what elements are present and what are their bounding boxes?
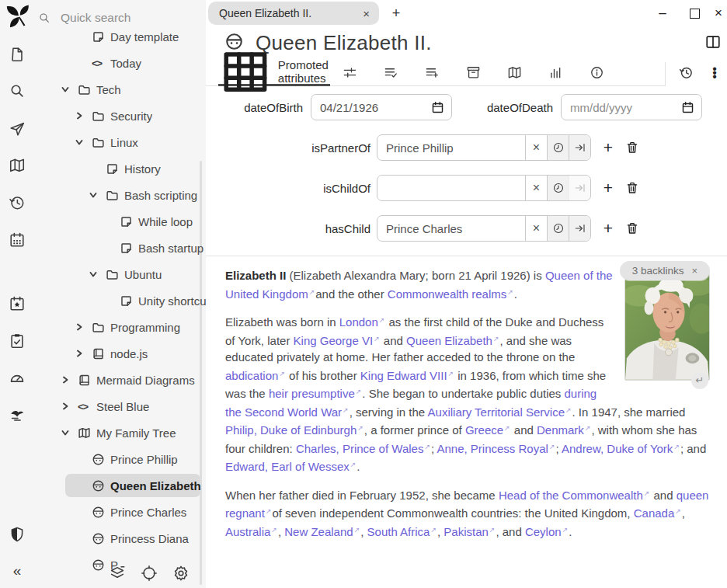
quick-search-input[interactable] [59,10,186,26]
enter-link-icon[interactable]: ↵ [691,372,708,389]
note-link[interactable]: Ceylon↗ [525,525,569,538]
tree-item[interactable]: My Family Tree [35,419,206,446]
trilium-logo-icon[interactable] [3,3,33,31]
tree-item[interactable]: Bash scripting [35,182,206,208]
layers-minus-icon[interactable] [109,565,126,582]
note-link[interactable]: Philip, Duke of Edinburgh↗ [225,423,364,437]
note-link[interactable]: New Zealand↗ [284,525,360,538]
calendar-icon[interactable] [431,101,444,114]
map-icon[interactable] [507,65,523,81]
history-icon[interactable] [678,65,694,81]
tree-item[interactable]: node.js [35,340,206,367]
note-link[interactable]: Greece↗ [465,423,511,437]
tab-close-icon[interactable]: × [357,7,370,20]
chevron-down-icon[interactable] [89,190,106,200]
tree-item[interactable]: Mermaid Diagrams [35,367,206,393]
tree-item[interactable]: <>Steel Blue [35,393,206,419]
note-link[interactable]: Canada↗ [634,506,682,520]
dashboard-icon[interactable] [9,370,26,387]
calendar-icon[interactable] [681,101,694,114]
recent-changes-icon[interactable] [9,194,26,211]
note-link[interactable]: London↗ [339,315,386,329]
date-of-death-input[interactable] [562,101,681,114]
backlinks-badge[interactable]: 3 backlinks × [620,261,710,280]
tree-item[interactable]: <>Today [35,50,206,76]
clear-icon[interactable]: × [525,216,547,241]
tree-item[interactable]: Queen Elizabeth [35,472,206,499]
minimize-button[interactable]: – [654,5,671,22]
tree-item[interactable]: Bash startup [35,235,206,261]
tree-item[interactable]: History [35,155,206,182]
add-icon[interactable]: + [600,220,617,237]
backlinks-close-icon[interactable]: × [692,263,698,280]
tab-promoted-attributes[interactable]: Promoted attributes [218,59,330,86]
note-link[interactable]: Anne, Princess Royal↗ [437,442,555,455]
note-link[interactable]: Head of the Commonwealth↗ [499,489,650,502]
tree-item[interactable]: Security [35,103,206,129]
note-link[interactable]: abdication↗ [225,369,286,382]
clock-icon[interactable] [547,216,569,241]
kebab-menu-icon[interactable]: ••• [707,65,722,81]
note-link[interactable]: Commonwealth realms↗ [388,287,514,301]
new-note-icon[interactable] [9,46,26,63]
note-tab[interactable]: Queen Elizabeth II. × [208,2,379,25]
note-link[interactable]: Auxiliary Territorial Service↗ [428,405,572,419]
target-icon[interactable] [141,565,158,582]
chevron-down-icon[interactable] [61,85,78,94]
note-link[interactable]: Denmark↗ [537,423,591,437]
new-tab-button[interactable]: + [386,2,406,24]
split-view-icon[interactable] [704,33,722,50]
chevron-right-icon[interactable] [75,349,92,358]
note-link[interactable]: King Edward VIII↗ [360,369,454,382]
list-plus-icon[interactable] [425,65,440,81]
calendar-icon[interactable] [9,231,26,249]
tree-item[interactable]: Princess Diana [35,525,206,551]
task-list-icon[interactable] [9,332,26,350]
has-child-input[interactable] [377,216,525,241]
jump-to-note-icon[interactable] [9,120,26,137]
tree-item[interactable]: While loop [35,208,206,235]
tree-item[interactable]: Linux [35,129,206,155]
trash-icon[interactable] [624,139,641,156]
note-link[interactable]: South Africa↗ [367,525,437,538]
chevron-right-icon[interactable] [61,375,78,384]
chevron-right-icon[interactable] [75,111,92,120]
clock-icon[interactable] [547,135,569,160]
trash-icon[interactable] [624,179,641,197]
map-book-icon[interactable] [9,157,26,174]
collapse-sidebar-icon[interactable]: « [9,562,26,579]
sliders-icon[interactable] [343,65,358,81]
note-link[interactable]: heir presumptive↗ [269,387,362,400]
clock-icon[interactable] [547,176,569,200]
chevron-down-icon[interactable] [61,428,78,437]
chevron-right-icon[interactable] [61,402,78,411]
swallow-icon[interactable] [9,407,26,424]
note-link[interactable]: Andrew, Duke of York↗ [562,442,680,455]
tree-item[interactable]: Day template [35,30,206,50]
tree-item[interactable]: Programming [35,314,206,340]
note-link[interactable]: Charles, Prince of Wales↗ [296,442,431,455]
note-link[interactable]: Edward, Earl of Wessex↗ [225,460,357,473]
tree-item[interactable]: Prince Charles [35,499,206,525]
add-icon[interactable]: + [600,179,617,197]
clear-icon[interactable]: × [525,176,547,200]
tree-item[interactable]: Unity shortcuts [35,287,206,314]
chevron-right-icon[interactable] [75,322,92,332]
special-date-icon[interactable] [9,295,26,312]
close-button[interactable]: × [710,5,727,22]
protected-session-icon[interactable] [9,526,26,543]
bar-chart-icon[interactable] [548,65,564,81]
list-check-icon[interactable] [384,65,399,81]
chevron-down-icon[interactable] [89,270,106,279]
queen-photo[interactable] [624,272,710,381]
jump-to-icon[interactable] [569,135,590,160]
note-link[interactable]: Australia↗ [225,525,278,538]
add-icon[interactable]: + [600,139,617,156]
chevron-down-icon[interactable] [75,137,92,147]
tree-item[interactable]: Tech [35,76,206,103]
maximize-button[interactable] [686,5,703,22]
jump-to-icon[interactable] [569,216,590,241]
note-link[interactable]: Pakistan↗ [444,525,496,538]
clear-icon[interactable]: × [525,135,547,160]
date-of-birth-input[interactable] [311,101,431,114]
